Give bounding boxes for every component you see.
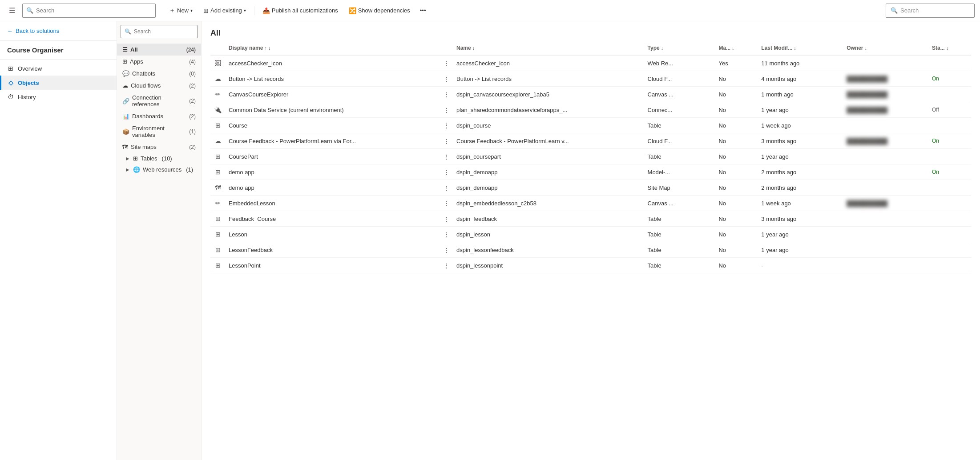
table-container: Display name ↑ ↓ Name ↓ bbox=[202, 41, 980, 460]
col-last-modified[interactable]: Last Modif... ↓ bbox=[758, 41, 843, 55]
row-managed: No bbox=[715, 118, 758, 133]
row-display-name: demo app bbox=[225, 180, 440, 196]
filter-item-web-resources[interactable]: ▶ 🌐 Web resources (1) bbox=[117, 164, 201, 175]
row-icon: ⊞ bbox=[214, 168, 222, 176]
filter-item-site-maps[interactable]: 🗺 Site maps (2) bbox=[117, 141, 201, 153]
row-more-button[interactable]: ⋮ bbox=[440, 55, 453, 71]
row-more-button[interactable]: ⋮ bbox=[440, 149, 453, 164]
filter-apps-icon: ⊞ bbox=[122, 58, 127, 65]
col-name[interactable]: Name ↓ bbox=[453, 41, 644, 55]
back-to-solutions[interactable]: ← Back to solutions bbox=[0, 21, 117, 41]
show-dependencies-button[interactable]: 🔀 Show dependencies bbox=[344, 5, 415, 16]
col-type[interactable]: Type ↓ bbox=[644, 41, 715, 55]
col-managed[interactable]: Ma... ↓ bbox=[715, 41, 758, 55]
sidebar-item-overview[interactable]: ⊞ Overview bbox=[0, 61, 117, 76]
row-icon: ⊞ bbox=[214, 246, 222, 253]
row-owner bbox=[843, 164, 928, 180]
row-type: Cloud F... bbox=[644, 133, 715, 149]
sidebar-item-history[interactable]: ⏱ History bbox=[0, 90, 117, 104]
dependencies-icon: 🔀 bbox=[349, 7, 356, 14]
filter-item-dashboards[interactable]: 📊 Dashboards (2) bbox=[117, 110, 201, 122]
row-type: Canvas ... bbox=[644, 87, 715, 102]
filter-search-input[interactable] bbox=[134, 28, 201, 35]
row-icon-cell: ✏ bbox=[210, 87, 225, 102]
add-existing-button[interactable]: ⊞ Add existing ▾ bbox=[199, 5, 250, 16]
row-status: On bbox=[928, 164, 971, 180]
row-type: Table bbox=[644, 227, 715, 242]
filter-item-apps[interactable]: ⊞ Apps (4) bbox=[117, 56, 201, 68]
row-managed: No bbox=[715, 227, 758, 242]
filter-search-box[interactable]: 🔍 bbox=[121, 25, 198, 38]
filter-item-chatbots[interactable]: 💬 Chatbots (0) bbox=[117, 68, 201, 80]
overview-icon: ⊞ bbox=[7, 65, 14, 72]
filter-all-icon: ☰ bbox=[122, 46, 128, 53]
filter-item-env-vars[interactable]: 📦 Environment variables (1) bbox=[117, 122, 201, 141]
row-owner bbox=[843, 242, 928, 258]
row-more-button[interactable]: ⋮ bbox=[440, 71, 453, 87]
col-status[interactable]: Sta... ↓ bbox=[928, 41, 971, 55]
filter-item-cloud-flows[interactable]: ☁ Cloud flows (2) bbox=[117, 80, 201, 92]
type-sort-icon: ↓ bbox=[661, 45, 664, 51]
row-display-name: Feedback_Course bbox=[225, 211, 440, 227]
row-last-modified: 11 months ago bbox=[758, 55, 843, 71]
filter-tables-icon: ⊞ bbox=[133, 155, 138, 162]
row-more-button[interactable]: ⋮ bbox=[440, 180, 453, 196]
row-api-name: dspin_embeddedlesson_c2b58 bbox=[453, 196, 644, 211]
row-more-button[interactable]: ⋮ bbox=[440, 87, 453, 102]
row-icon: ✏ bbox=[214, 91, 222, 98]
row-api-name: dspin_lesson bbox=[453, 227, 644, 242]
new-button[interactable]: ＋ New ▾ bbox=[165, 4, 197, 17]
row-more-button[interactable]: ⋮ bbox=[440, 102, 453, 118]
filter-item-tables[interactable]: ▶ ⊞ Tables (10) bbox=[117, 153, 201, 164]
filter-item-connection-refs[interactable]: 🔗 Connection references (2) bbox=[117, 92, 201, 110]
table-row[interactable]: ☁ Course Feedback - PowerPlatformLearn v… bbox=[210, 133, 971, 149]
more-button[interactable]: ••• bbox=[416, 5, 430, 16]
row-more-button[interactable]: ⋮ bbox=[440, 211, 453, 227]
table-row[interactable]: 🖼 accessChecker_icon ⋮ accessChecker_ico… bbox=[210, 55, 971, 71]
row-type: Table bbox=[644, 118, 715, 133]
row-managed: No bbox=[715, 71, 758, 87]
row-more-button[interactable]: ⋮ bbox=[440, 258, 453, 273]
row-more-button[interactable]: ⋮ bbox=[440, 118, 453, 133]
filter-search-icon: 🔍 bbox=[125, 28, 131, 35]
row-more-button[interactable]: ⋮ bbox=[440, 227, 453, 242]
table-row[interactable]: ⊞ LessonPoint ⋮ dspin_lessonpoint Table … bbox=[210, 258, 971, 273]
row-type: Table bbox=[644, 211, 715, 227]
filter-item-all[interactable]: ☰ All (24) bbox=[117, 44, 201, 56]
table-row[interactable]: ☁ Button -> List records ⋮ Button -> Lis… bbox=[210, 71, 971, 87]
row-status bbox=[928, 180, 971, 196]
owner-sort-icon: ↓ bbox=[865, 45, 867, 51]
right-search-box[interactable]: 🔍 Search bbox=[886, 4, 975, 18]
row-type: Table bbox=[644, 149, 715, 164]
topbar: ☰ 🔍 ＋ New ▾ ⊞ Add existing ▾ 📤 Publish a… bbox=[0, 0, 980, 21]
table-row[interactable]: 🗺 demo app ⋮ dspin_demoapp Site Map No 2… bbox=[210, 180, 971, 196]
table-row[interactable]: ⊞ CoursePart ⋮ dspin_coursepart Table No… bbox=[210, 149, 971, 164]
row-api-name: accessChecker_icon bbox=[453, 55, 644, 71]
divider bbox=[254, 6, 254, 15]
row-more-button[interactable]: ⋮ bbox=[440, 242, 453, 258]
table-row[interactable]: ⊞ Feedback_Course ⋮ dspin_feedback Table… bbox=[210, 211, 971, 227]
topbar-search-box[interactable]: 🔍 bbox=[22, 4, 156, 18]
table-row[interactable]: ✏ EmbeddedLesson ⋮ dspin_embeddedlesson_… bbox=[210, 196, 971, 211]
publish-button[interactable]: 📤 Publish all customizations bbox=[258, 5, 343, 16]
col-owner[interactable]: Owner ↓ bbox=[843, 41, 928, 55]
table-row[interactable]: ✏ CanvasCourseExplorer ⋮ dspin_canvascou… bbox=[210, 87, 971, 102]
search-input[interactable] bbox=[36, 7, 152, 14]
table-row[interactable]: ⊞ demo app ⋮ dspin_demoapp Model-... No … bbox=[210, 164, 971, 180]
row-more-button[interactable]: ⋮ bbox=[440, 133, 453, 149]
table-row[interactable]: ⊞ LessonFeedback ⋮ dspin_lessonfeedback … bbox=[210, 242, 971, 258]
row-icon-cell: ⊞ bbox=[210, 149, 225, 164]
col-display-name[interactable]: Display name ↑ ↓ bbox=[225, 41, 440, 55]
row-more-button[interactable]: ⋮ bbox=[440, 196, 453, 211]
row-status bbox=[928, 227, 971, 242]
row-status bbox=[928, 242, 971, 258]
table-row[interactable]: 🔌 Common Data Service (current environme… bbox=[210, 102, 971, 118]
hamburger-icon[interactable]: ☰ bbox=[5, 4, 19, 16]
row-api-name: dspin_lessonfeedback bbox=[453, 242, 644, 258]
sidebar-item-objects[interactable]: ◇ Objects bbox=[0, 76, 117, 90]
table-row[interactable]: ⊞ Course ⋮ dspin_course Table No 1 week … bbox=[210, 118, 971, 133]
chevron-down-icon2: ▾ bbox=[244, 8, 246, 13]
row-more-button[interactable]: ⋮ bbox=[440, 164, 453, 180]
table-row[interactable]: ⊞ Lesson ⋮ dspin_lesson Table No 1 year … bbox=[210, 227, 971, 242]
filter-cloud-flows-icon: ☁ bbox=[122, 82, 128, 89]
